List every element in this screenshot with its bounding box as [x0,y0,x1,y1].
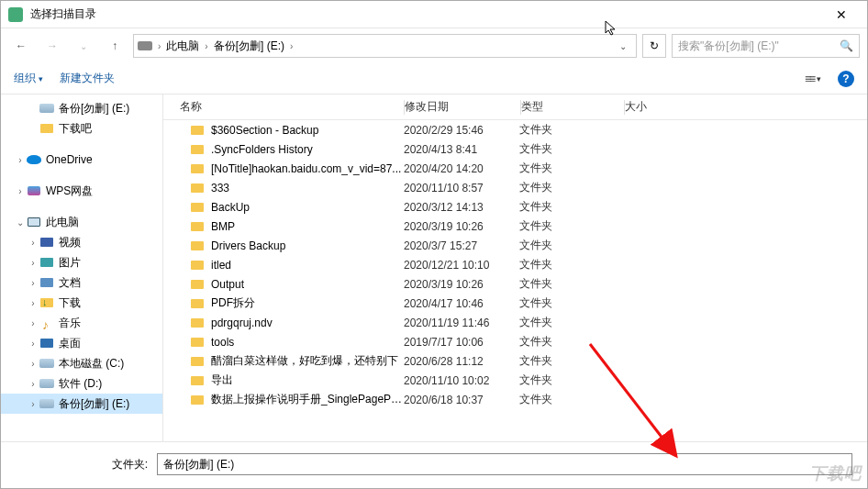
file-type: 文件夹 [519,315,622,330]
file-row[interactable]: [NoTitle]haokan.baidu.com_v_vid=87...202… [163,159,867,178]
file-row[interactable]: .SyncFolders History2020/4/13 8:41文件夹 [163,139,867,159]
file-row[interactable]: itled2020/12/21 10:10文件夹 [163,255,867,274]
watermark: 下载吧 [809,462,862,484]
file-row[interactable]: Output2020/3/19 10:26文件夹 [163,274,867,294]
expander-icon[interactable]: › [27,318,39,328]
sidebar-tree[interactable]: 备份[勿删] (E:)下载吧›OneDrive›WPS网盘⌄此电脑›视频›图片›… [1,94,163,441]
folder-name-input[interactable] [157,453,852,475]
file-name: 导出 [211,372,404,388]
expander-icon[interactable]: › [27,238,39,248]
file-row[interactable]: BMP2020/3/19 10:26文件夹 [163,217,867,236]
file-date: 2020/3/12 14:13 [404,201,519,214]
expander-icon[interactable]: › [14,155,27,165]
file-row[interactable]: 3332020/11/10 8:57文件夹 [163,178,867,197]
file-rows[interactable]: $360Section - Backup2020/2/29 15:46文件夹.S… [163,120,867,441]
tree-item[interactable]: ›桌面 [1,333,162,353]
file-row[interactable]: BackUp2020/3/12 14:13文件夹 [163,197,867,217]
tree-item[interactable]: ›WPS网盘 [1,181,162,201]
tree-item[interactable]: ›备份[勿删] (E:) [1,394,162,414]
view-mode-button[interactable]: ≡≡▾ [805,72,821,85]
file-type: 文件夹 [519,295,622,311]
music-icon [39,316,54,330]
tree-item[interactable]: ›本地磁盘 (C:) [1,353,162,373]
breadcrumb-root[interactable]: 此电脑 [162,39,203,54]
file-type: 文件夹 [519,334,622,350]
expander-icon[interactable]: › [27,298,39,308]
tree-item[interactable]: ›文档 [1,272,162,293]
file-row[interactable]: 导出2020/11/10 10:02文件夹 [163,371,867,390]
folder-icon [191,241,204,250]
close-button[interactable]: ✕ [823,2,860,28]
expander-icon[interactable]: ⌄ [14,217,27,228]
folder-icon [191,145,204,154]
folder-icon [191,395,204,405]
file-type: 文件夹 [519,372,622,388]
breadcrumb[interactable]: › 此电脑 › 备份[勿删] (E:) › ⌄ [133,34,637,58]
tree-item[interactable]: 下载吧 [1,118,162,139]
main-area: 备份[勿删] (E:)下载吧›OneDrive›WPS网盘⌄此电脑›视频›图片›… [1,94,867,441]
file-name: tools [211,336,404,349]
tree-item[interactable]: ›软件 (D:) [1,373,162,394]
file-type: 文件夹 [519,238,622,253]
back-button[interactable]: ← [8,33,34,59]
file-row[interactable]: 醋溜白菜这样做，好吃到爆，还特别下2020/6/28 11:12文件夹 [163,351,867,371]
search-input[interactable]: 搜索"备份[勿删] (E:)" 🔍 [672,34,860,58]
file-type: 文件夹 [519,392,622,407]
refresh-button[interactable]: ↻ [642,34,666,58]
dialog-footer: 文件夹: 选择文件夹 取消 [1,441,867,489]
up-button[interactable]: ↑ [102,33,128,59]
file-row[interactable]: PDF拆分2020/4/17 10:46文件夹 [163,294,867,313]
tree-item-label: 备份[勿删] (E:) [59,396,129,412]
tree-item[interactable]: ›图片 [1,252,162,272]
folder-icon [191,280,204,289]
folder-icon [191,164,204,173]
help-button[interactable]: ? [838,71,854,87]
pic-icon [39,255,54,270]
tree-item[interactable]: ›音乐 [1,313,162,333]
tree-item[interactable]: ⌄此电脑 [1,212,162,232]
column-date[interactable]: 修改日期 [405,99,520,115]
tree-item-label: OneDrive [46,153,93,166]
file-name: $360Section - Backup [211,124,404,137]
expander-icon[interactable]: › [27,278,39,288]
file-row[interactable]: tools2019/7/17 10:06文件夹 [163,332,867,351]
toolbar: 组织▾ 新建文件夹 ≡≡▾ ? [1,63,867,94]
folder-icon [39,121,54,136]
window-title: 选择扫描目录 [30,6,823,22]
file-date: 2020/4/17 10:46 [404,297,519,310]
file-date: 2020/11/10 8:57 [404,182,519,194]
tree-item-label: 备份[勿删] (E:) [59,101,129,117]
folder dl-icon [39,295,54,310]
file-date: 2020/11/10 10:02 [404,374,519,387]
expander-icon[interactable]: › [27,379,39,389]
tree-item-label: 软件 (D:) [59,376,102,392]
recent-dropdown[interactable]: ⌄ [71,33,96,59]
tree-item[interactable]: ›下载 [1,293,162,313]
file-date: 2020/4/20 14:20 [404,162,519,175]
forward-button[interactable]: → [39,33,65,59]
file-type: 文件夹 [519,199,622,215]
breadcrumb-path[interactable]: 备份[勿删] (E:) [210,39,288,54]
organize-menu[interactable]: 组织▾ [14,71,43,86]
expander-icon[interactable]: › [27,339,39,349]
column-size[interactable]: 大小 [625,99,717,115]
tree-item-label: WPS网盘 [46,183,93,199]
file-row[interactable]: Drivers Backup2020/3/7 15:27文件夹 [163,236,867,255]
tree-item[interactable]: 备份[勿删] (E:) [1,98,162,118]
expander-icon[interactable]: › [14,186,27,196]
expander-icon[interactable]: › [27,258,39,268]
file-row[interactable]: 数据上报操作说明手册_SinglePagePDF2020/6/18 10:37文… [163,390,867,409]
column-type[interactable]: 类型 [521,99,624,115]
app-icon [8,7,23,22]
file-date: 2020/6/18 10:37 [404,394,519,406]
folder-icon [191,338,204,347]
expander-icon[interactable]: › [27,359,39,369]
new-folder-button[interactable]: 新建文件夹 [60,71,115,86]
column-name[interactable]: 名称 [163,99,404,115]
tree-item[interactable]: ›视频 [1,232,162,252]
tree-item[interactable]: ›OneDrive [1,150,162,170]
file-row[interactable]: pdrgqruj.ndv2020/11/19 11:46文件夹 [163,313,867,332]
file-row[interactable]: $360Section - Backup2020/2/29 15:46文件夹 [163,120,867,139]
expander-icon[interactable]: › [27,399,39,409]
breadcrumb-dropdown[interactable]: ⌄ [614,41,632,51]
